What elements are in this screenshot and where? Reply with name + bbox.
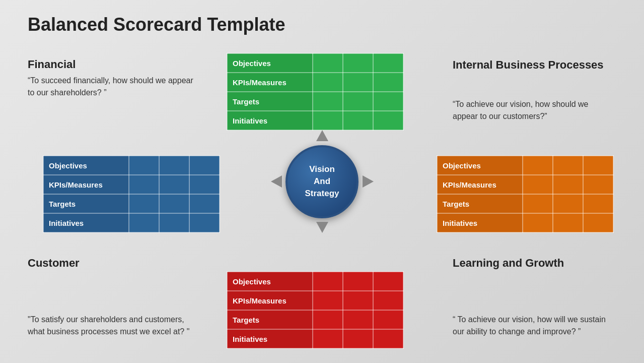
page-title: Balanced Scorecard Template — [28, 14, 285, 35]
learning-row-kpis: KPIs/Measures — [227, 291, 313, 310]
financial-row-kpis: KPIs/Measures — [227, 73, 313, 92]
vision-text: VisionAndStrategy — [305, 163, 339, 199]
arrow-down-icon — [316, 222, 328, 233]
internal-text: “To achieve our vision, how should we ap… — [453, 98, 614, 123]
internal-row-initiatives: Initiatives — [437, 213, 523, 232]
internal-row-objectives: Objectives — [437, 156, 523, 175]
arrow-left-icon — [271, 175, 282, 188]
financial-text: “To succeed financially, how should we a… — [28, 75, 199, 99]
financial-row-objectives: Objectives — [227, 53, 313, 73]
internal-label: Internal Business Processes — [453, 58, 614, 73]
vision-circle: VisionAndStrategy — [285, 145, 359, 218]
learning-table: Objectives KPIs/Measures Targets Initiat… — [227, 271, 404, 349]
financial-table: Objectives KPIs/Measures Targets Initiat… — [227, 53, 404, 131]
customer-label: Customer — [28, 257, 80, 270]
customer-text: "To satisfy our shareholders and custome… — [28, 314, 199, 338]
arrow-up-icon — [316, 130, 328, 141]
customer-row-kpis: KPIs/Measures — [43, 175, 129, 194]
vision-circle-container: VisionAndStrategy — [282, 141, 363, 222]
financial-row-initiatives: Initiatives — [227, 111, 313, 130]
customer-row-targets: Targets — [43, 194, 129, 213]
financial-label: Financial — [28, 58, 76, 71]
arrow-right-icon — [363, 175, 374, 188]
learning-row-targets: Targets — [227, 310, 313, 329]
customer-row-objectives: Objectives — [43, 156, 129, 175]
internal-row-targets: Targets — [437, 194, 523, 213]
internal-row-kpis: KPIs/Measures — [437, 175, 523, 194]
customer-row-initiatives: Initiatives — [43, 213, 129, 232]
learning-row-objectives: Objectives — [227, 272, 313, 291]
internal-table: Objectives KPIs/Measures Targets Initiat… — [437, 155, 614, 233]
learning-label: Learning and Growth — [453, 257, 614, 270]
learning-row-initiatives: Initiatives — [227, 329, 313, 348]
customer-table: Objectives KPIs/Measures Targets Initiat… — [43, 155, 220, 233]
financial-row-targets: Targets — [227, 92, 313, 111]
learning-text: “ To achieve our vision, how will we sus… — [453, 314, 614, 338]
